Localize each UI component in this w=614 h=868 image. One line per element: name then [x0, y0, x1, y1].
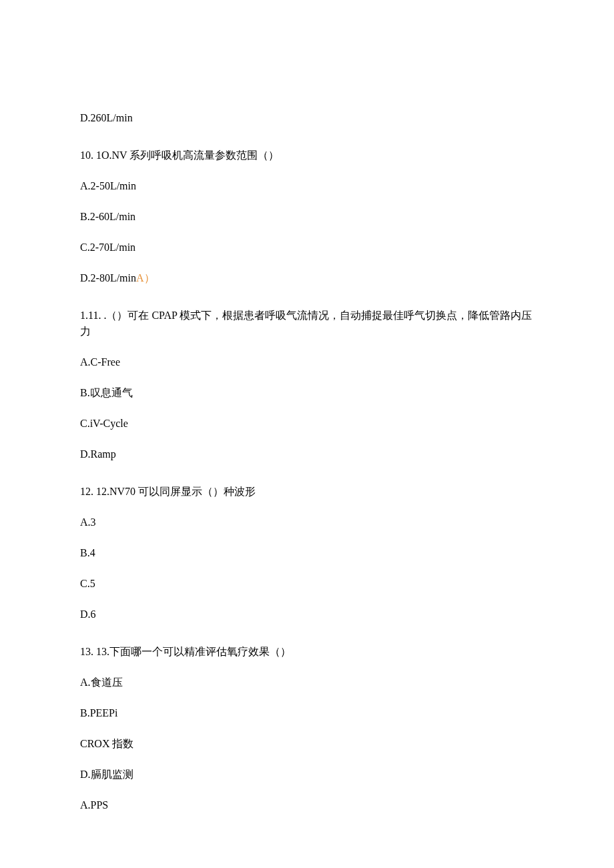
- question-text: 13. 13.下面哪一个可以精准评估氧疗效果（）: [80, 644, 534, 660]
- option-text: B.4: [80, 545, 534, 561]
- question-text: 12. 12.NV70 可以同屏显示（）种波形: [80, 484, 534, 500]
- option-text: C.2-70L/min: [80, 240, 534, 256]
- option-text: A.3: [80, 514, 534, 530]
- option-text: B.叹息通气: [80, 385, 534, 401]
- option-text: D.2-80L/minA）: [80, 270, 534, 286]
- option-text-part: D.2-80L/min: [80, 272, 136, 284]
- option-text: A.食道压: [80, 675, 534, 691]
- option-text: CROX 指数: [80, 736, 534, 752]
- option-text: D.膈肌监测: [80, 767, 534, 783]
- option-text: B.2-60L/min: [80, 209, 534, 225]
- question-text: 10. 1O.NV 系列呼吸机高流量参数范围（）: [80, 147, 534, 163]
- document-page: D.260L/min 10. 1O.NV 系列呼吸机高流量参数范围（） A.2-…: [0, 0, 614, 868]
- option-text: C.5: [80, 576, 534, 592]
- option-text: D.6: [80, 606, 534, 622]
- option-text: B.PEEPi: [80, 705, 534, 721]
- option-text: A.2-50L/min: [80, 178, 534, 194]
- question-text: 1.11. .（）可在 CPAP 模式下，根据患者呼吸气流情况，自动捕捉最佳呼气…: [80, 308, 534, 340]
- option-text: D.Ramp: [80, 446, 534, 462]
- option-text: D.260L/min: [80, 110, 534, 126]
- option-text: C.iV-Cycle: [80, 416, 534, 432]
- answer-marker: A）: [136, 272, 155, 284]
- option-text: A.PPS: [80, 797, 534, 813]
- option-text: A.C-Free: [80, 354, 534, 370]
